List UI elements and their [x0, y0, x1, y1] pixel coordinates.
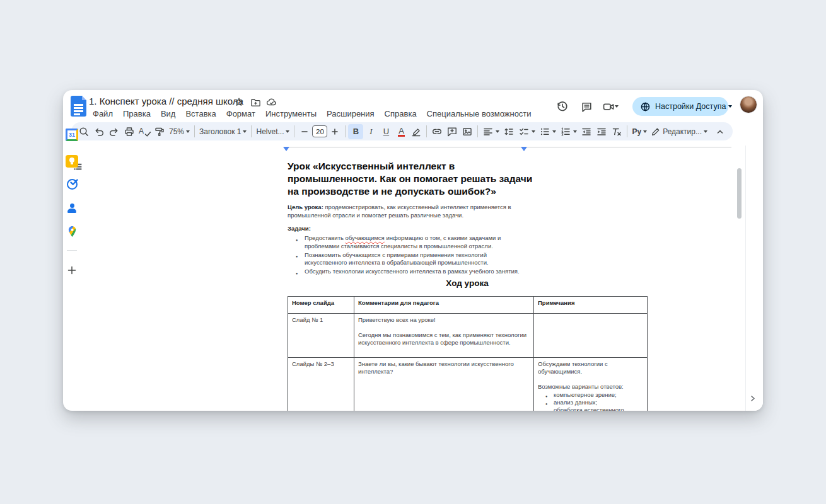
- print-button[interactable]: [122, 124, 137, 139]
- google-keep-icon[interactable]: [66, 155, 78, 168]
- document-title[interactable]: 1. Конспект урока // средняя школа: [89, 96, 243, 106]
- underline-button[interactable]: U: [378, 124, 393, 139]
- google-tasks-icon[interactable]: [66, 178, 78, 190]
- document-editing-surface[interactable]: Урок «Искусственный интеллект в промышле…: [63, 146, 745, 411]
- companion-side-panel: [745, 122, 763, 411]
- note-bullet: компьютерное зрение;: [545, 391, 643, 399]
- lesson-goal-paragraph: Цель урока: продемонстрировать, как иску…: [288, 203, 526, 219]
- clear-formatting-button[interactable]: [609, 124, 624, 139]
- share-dropdown-button[interactable]: [728, 97, 732, 116]
- task-item: Познакомить обучающихся с примерами прим…: [296, 251, 524, 268]
- tasks-label: Задачи:: [288, 224, 311, 232]
- style-caret-icon: [243, 130, 247, 133]
- bulleted-list-button[interactable]: [537, 124, 558, 139]
- highlighter-icon: [410, 126, 422, 137]
- align-button[interactable]: [480, 124, 501, 139]
- add-comment-button[interactable]: [445, 124, 460, 139]
- spellcheck-button[interactable]: A: [137, 124, 152, 139]
- hide-side-panel-button[interactable]: [745, 391, 759, 405]
- increase-font-size-button[interactable]: [327, 124, 342, 139]
- comments-button[interactable]: [575, 95, 598, 118]
- decrease-indent-button[interactable]: [579, 124, 594, 139]
- paragraph-style-select[interactable]: Заголовок 1: [197, 124, 248, 139]
- insert-image-button[interactable]: [460, 124, 475, 139]
- paint-format-button[interactable]: [152, 124, 167, 139]
- google-calendar-icon[interactable]: 31: [66, 129, 78, 141]
- header-cell-teacher-comments[interactable]: Комментарии для педагога: [354, 297, 534, 314]
- cell-slide[interactable]: Слайд № 1: [288, 314, 354, 358]
- redo-button[interactable]: [107, 124, 122, 139]
- checklist-button[interactable]: [516, 124, 537, 139]
- toolbar-separator: [345, 125, 346, 137]
- note-bullet: анализ данных;: [545, 399, 643, 406]
- google-contacts-icon[interactable]: [66, 202, 78, 215]
- line-spacing-button[interactable]: [501, 124, 516, 139]
- insert-link-button[interactable]: [429, 124, 445, 139]
- toolbar-separator: [426, 125, 427, 137]
- redo-icon: [108, 126, 120, 137]
- toolbar-separator: [627, 125, 627, 137]
- editing-mode-select[interactable]: Редактир...: [649, 124, 709, 139]
- task-item: Предоставить обучающимся информацию о то…: [296, 234, 524, 251]
- numbered-list-icon: [560, 126, 571, 137]
- header-cell-slide-number[interactable]: Номер слайда: [288, 297, 354, 314]
- spellcheck-icon: A: [139, 126, 150, 137]
- menu-view[interactable]: Вид: [156, 108, 181, 119]
- user-avatar[interactable]: [740, 96, 757, 113]
- chevron-right-icon: [748, 394, 757, 403]
- input-tools-button[interactable]: Ру: [630, 124, 649, 139]
- hide-menus-button[interactable]: [713, 124, 728, 139]
- menu-extensions[interactable]: Расширения: [322, 108, 380, 119]
- get-addons-button[interactable]: [66, 264, 78, 277]
- cell-slide[interactable]: Слайды № 2–3: [288, 358, 354, 411]
- table-header-row: Номер слайда Комментарии для педагога Пр…: [288, 297, 648, 314]
- cloud-saved-icon[interactable]: [266, 96, 277, 108]
- numbered-list-button[interactable]: [558, 124, 579, 139]
- font-select[interactable]: Helvet...: [254, 124, 291, 139]
- font-size-input[interactable]: 20: [312, 125, 327, 137]
- cell-comments[interactable]: Знаете ли вы, какие бывают технологии ис…: [354, 358, 534, 411]
- zoom-select[interactable]: 75%: [167, 124, 192, 139]
- search-menus-button[interactable]: [76, 124, 91, 139]
- version-history-button[interactable]: [551, 95, 574, 118]
- image-icon: [462, 126, 473, 137]
- side-panel-section-divider: [67, 250, 77, 251]
- bold-button[interactable]: B: [348, 124, 363, 139]
- text-color-button[interactable]: A: [393, 124, 409, 139]
- google-docs-logo-icon[interactable]: [71, 96, 86, 117]
- menu-format[interactable]: Формат: [221, 108, 260, 119]
- menu-help[interactable]: Справка: [380, 108, 422, 119]
- cell-comments[interactable]: Приветствую всех на уроке! Сегодня мы по…: [354, 314, 534, 358]
- star-icon[interactable]: [233, 96, 245, 108]
- join-call-button[interactable]: [596, 95, 624, 118]
- lesson-plan-table[interactable]: Номер слайда Комментарии для педагога Пр…: [288, 296, 648, 411]
- highlight-color-button[interactable]: [409, 124, 424, 139]
- plus-icon: [67, 265, 77, 275]
- docs-logo-lines: [74, 104, 83, 106]
- toolbar: A 75% Заголовок 1 Helvet... 20: [71, 122, 733, 140]
- document-heading: Урок «Искусственный интеллект в промышле…: [288, 160, 552, 198]
- clear-formatting-icon: [611, 126, 622, 137]
- menu-edit[interactable]: Правка: [118, 108, 156, 119]
- header-cell-notes[interactable]: Примечания: [534, 297, 648, 314]
- bulleted-list-caret-icon: [552, 130, 556, 133]
- side-panel-divider: [745, 146, 746, 411]
- table-row: Слайд № 1 Приветствую всех на уроке! Сег…: [288, 314, 648, 358]
- undo-button[interactable]: [91, 124, 107, 139]
- link-icon: [431, 126, 443, 137]
- increase-indent-button[interactable]: [594, 124, 609, 139]
- menubar: Файл Правка Вид Вставка Формат Инструмен…: [88, 108, 537, 119]
- menu-insert[interactable]: Вставка: [180, 108, 221, 119]
- share-button[interactable]: Настройки Доступа: [632, 97, 728, 116]
- zoom-caret-icon: [186, 130, 190, 133]
- google-maps-icon[interactable]: [66, 225, 78, 238]
- menu-tools[interactable]: Инструменты: [260, 108, 322, 119]
- cell-notes[interactable]: [534, 314, 648, 358]
- italic-button[interactable]: I: [363, 124, 378, 139]
- cell-notes[interactable]: Обсуждаем технологии с обучающимися. Воз…: [534, 358, 648, 411]
- menu-file[interactable]: Файл: [88, 108, 118, 119]
- decrease-font-size-button[interactable]: [297, 124, 312, 139]
- menu-accessibility[interactable]: Специальные возможности: [422, 108, 537, 119]
- align-caret-icon: [496, 130, 499, 133]
- move-to-folder-icon[interactable]: [250, 96, 261, 108]
